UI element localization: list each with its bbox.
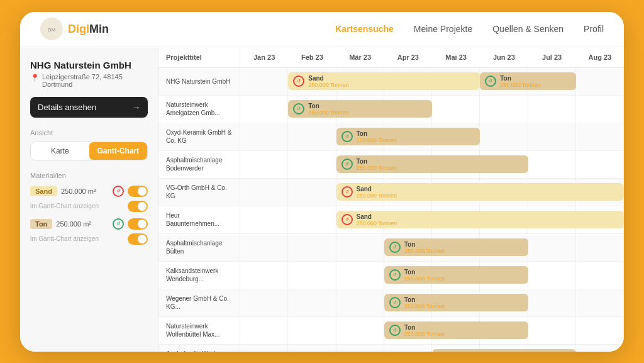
view-karte-btn[interactable]: Karte bbox=[31, 142, 89, 160]
bar-text: Ton250.000 Tonnen bbox=[404, 241, 445, 254]
gantt-cell-7-0 bbox=[240, 262, 288, 289]
gantt-bar-sand: ↺Sand250.000 Tonnen bbox=[336, 211, 625, 228]
bar-icon: ↺ bbox=[341, 131, 353, 142]
bar-icon: ↺ bbox=[389, 297, 401, 308]
gantt-cell-9-6 bbox=[528, 317, 576, 344]
ton-chart-toggle[interactable] bbox=[128, 233, 148, 245]
gantt-project-name: Oxyd-Keramik GmbH & Co. KG bbox=[158, 123, 240, 150]
gantt-row: NHG Naturstein GmbH↺Sand250.000 Tonnen↺T… bbox=[158, 68, 624, 96]
sand-chart-toggle-row: im Gantt-Chart anzeigen bbox=[30, 201, 148, 212]
ansicht-label: Ansicht bbox=[30, 129, 148, 137]
main-content: NHG Naturstein GmbH 📍 Leipzigerstraße 72… bbox=[20, 47, 624, 352]
bar-text: Ton250.000 Tonnen bbox=[357, 130, 397, 143]
nav-quellen-senken[interactable]: Quellen & Senken bbox=[492, 24, 564, 34]
company-name: NHG Naturstein GmbH bbox=[30, 60, 148, 70]
ton-chart-toggle-row: im Gantt-Chart anzeigen bbox=[30, 233, 148, 245]
gantt-month-1: Feb 23 bbox=[288, 47, 336, 67]
ton-toggle[interactable] bbox=[128, 218, 148, 230]
bar-sublabel: 250.000 Tonnen bbox=[404, 331, 445, 337]
gantt-project-name: Asphaltmischanlage Bülten bbox=[158, 234, 240, 261]
material-sand-icon: ↺ bbox=[113, 186, 124, 197]
gantt-bar-sand: ↺Sand250.000 Tonnen bbox=[336, 183, 625, 201]
gantt-project-name: Wegener GmbH & Co. KG... bbox=[158, 289, 240, 316]
svg-text:DM: DM bbox=[48, 27, 56, 33]
bar-text: Ton250.000 Tonnen bbox=[357, 158, 397, 171]
address-line1: Leipzigerstraße 72, 48145 bbox=[42, 73, 123, 81]
header: DM DigiMin Kartsensuche Meine Projekte Q… bbox=[20, 12, 624, 47]
gantt-cell-4-1 bbox=[288, 179, 336, 206]
gantt-cells: ↺Ton250.000 Tonnen bbox=[240, 234, 624, 261]
gantt-cell-5-1 bbox=[288, 206, 336, 233]
logo-digi: Digi bbox=[68, 23, 89, 35]
material-label: Material/ien bbox=[30, 172, 148, 179]
bar-sublabel: 250.000 Tonnen bbox=[404, 248, 445, 254]
gantt-cell-6-2 bbox=[336, 234, 384, 261]
gantt-row: Heur Bauunternehmen...↺Sand250.000 Tonne… bbox=[158, 206, 624, 234]
material-ton-icon: ↺ bbox=[113, 218, 124, 230]
gantt-cell-6-6 bbox=[528, 234, 576, 261]
gantt-cell-9-7 bbox=[576, 317, 624, 344]
logo-min: Min bbox=[89, 23, 109, 35]
ton-chart-label: im Gantt-Chart anzeigen bbox=[30, 235, 99, 242]
gantt-cell-2-7 bbox=[576, 123, 624, 150]
gantt-cell-6-0 bbox=[240, 234, 288, 261]
nav-meine-projekte[interactable]: Meine Projekte bbox=[414, 24, 472, 34]
gantt-cell-3-1 bbox=[288, 151, 336, 178]
gantt-cell-7-7 bbox=[576, 262, 624, 289]
gantt-bar-ton: ↺Ton250.000 Tonnen bbox=[480, 72, 576, 90]
bar-sublabel: 250.000 Tonnen bbox=[404, 276, 445, 282]
gantt-bar-ton: ↺Ton250.000 Tonnen bbox=[384, 321, 528, 339]
gantt-cell-8-2 bbox=[336, 289, 384, 316]
gantt-row: Wegener GmbH & Co. KG...↺Ton250.000 Tonn… bbox=[158, 289, 624, 317]
gantt-cell-2-1 bbox=[288, 123, 336, 150]
gantt-month-3: Apr 23 bbox=[384, 47, 432, 67]
bar-label: Ton bbox=[404, 241, 445, 248]
gantt-project-name: NHG Naturstein GmbH bbox=[158, 68, 240, 95]
details-button[interactable]: Details ansehen → bbox=[30, 97, 148, 118]
gantt-title-header: Projekttitel bbox=[158, 47, 240, 67]
bar-sublabel: 250.000 Tonnen bbox=[404, 303, 445, 310]
gantt-cells: ↺Ton250.000 Tonnen bbox=[240, 289, 624, 316]
gantt-bar-ton: ↺Ton250.000 Tonnen bbox=[336, 128, 480, 145]
gantt-cells: ↺Sand250.000 Tonnen↺Ton250.000 Tonnen bbox=[240, 68, 624, 95]
bar-icon: ↺ bbox=[389, 269, 401, 281]
gantt-month-4: Mai 23 bbox=[432, 47, 480, 67]
gantt-bar-sand: ↺Sand250.000 Tonnen bbox=[288, 72, 480, 90]
gantt-cell-2-0 bbox=[240, 123, 288, 150]
gantt-month-6: Jul 23 bbox=[528, 47, 576, 67]
nav-kartsensuche[interactable]: Kartsensuche bbox=[335, 24, 394, 34]
address-line2: Dortmund bbox=[42, 81, 123, 88]
material-ton-tag: Ton bbox=[30, 219, 52, 229]
bar-label: Sand bbox=[357, 186, 397, 193]
gantt-cell-1-4 bbox=[432, 96, 480, 123]
gantt-cells: ↺Sand250.000 Tonnen bbox=[240, 179, 624, 206]
bar-text: Sand250.000 Tonnen bbox=[308, 75, 348, 88]
sand-chart-toggle[interactable] bbox=[128, 201, 148, 212]
gantt-project-name: Kalksandsteinwerk Wendeburg... bbox=[158, 262, 240, 289]
bar-label: Ton bbox=[357, 158, 397, 165]
view-toggle: Karte Gantt-Chart bbox=[30, 142, 148, 160]
nav-profil[interactable]: Profil bbox=[584, 24, 604, 34]
arrow-right-icon: → bbox=[132, 103, 140, 112]
bar-sublabel: 250.000 Tonnen bbox=[500, 82, 540, 88]
gantt-chart-area: ProjekttitelJan 23Feb 23Mär 23Apr 23Mai … bbox=[158, 47, 624, 352]
gantt-cell-10-2 bbox=[336, 345, 384, 352]
view-gantt-btn[interactable]: Gantt-Chart bbox=[89, 142, 148, 160]
gantt-month-0: Jan 23 bbox=[240, 47, 288, 67]
gantt-month-5: Jun 23 bbox=[480, 47, 528, 67]
logo-icon: DM bbox=[40, 18, 63, 40]
bar-icon: ↺ bbox=[389, 325, 401, 336]
sand-toggle[interactable] bbox=[128, 186, 148, 197]
gantt-cell-6-1 bbox=[288, 234, 336, 261]
gantt-bar-ton: ↺Ton250.000 Tonnen bbox=[288, 100, 432, 118]
gantt-cell-10-1 bbox=[288, 345, 336, 352]
material-ton-amount: 250.000 m² bbox=[56, 220, 109, 228]
bar-icon: ↺ bbox=[341, 214, 353, 225]
gantt-cell-0-7 bbox=[576, 68, 624, 95]
gantt-cells: ↺Sand250.000 Tonnen bbox=[240, 206, 624, 233]
gantt-cell-8-6 bbox=[528, 289, 576, 316]
bar-label: Ton bbox=[404, 324, 445, 331]
gantt-cells: ↺Ton250.000 Tonnen bbox=[240, 151, 624, 178]
gantt-project-name: Natursteinwerk Wolfenbüttel Max... bbox=[158, 317, 240, 344]
bar-text: Sand250.000 Tonnen bbox=[357, 186, 397, 199]
